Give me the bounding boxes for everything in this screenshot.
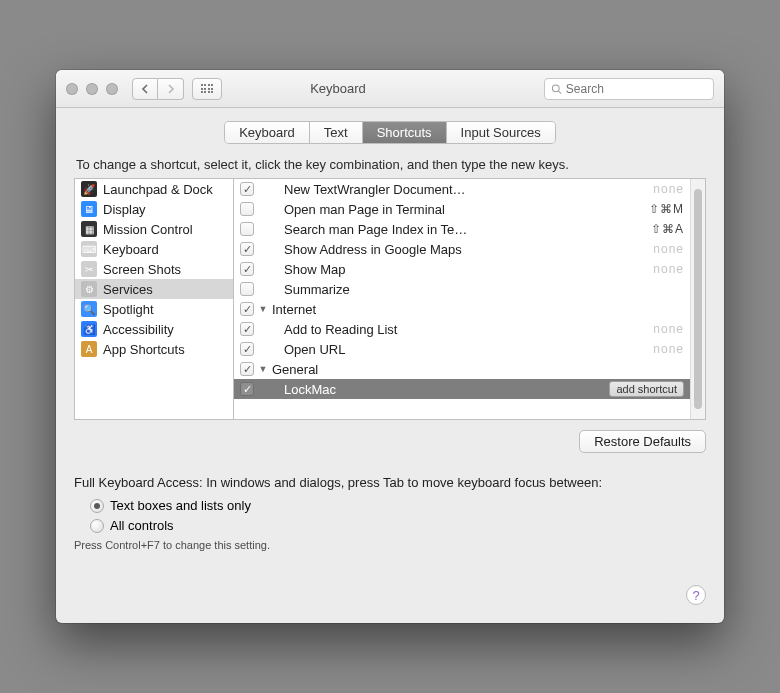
service-label: General	[272, 362, 684, 377]
sidebar-item-services[interactable]: ⚙Services	[75, 279, 233, 299]
window-title: Keyboard	[140, 81, 536, 96]
sidebar-item-label: Services	[103, 282, 153, 297]
service-label: Add to Reading List	[284, 322, 649, 337]
sidebar-item-label: App Shortcuts	[103, 342, 185, 357]
app-shortcuts-icon: A	[81, 341, 97, 357]
service-item[interactable]: Open URLnone	[234, 339, 690, 359]
service-label: Summarize	[284, 282, 684, 297]
service-label: Open man Page in Terminal	[284, 202, 645, 217]
sidebar-item-screen-shots[interactable]: ✂Screen Shots	[75, 259, 233, 279]
full-keyboard-access-label: Full Keyboard Access: In windows and dia…	[74, 475, 706, 490]
checkbox[interactable]	[240, 342, 254, 356]
radio-label: Text boxes and lists only	[110, 498, 251, 513]
checkbox[interactable]	[240, 302, 254, 316]
scrollbar-thumb[interactable]	[694, 189, 702, 409]
shortcut-value: none	[653, 322, 684, 336]
search-field[interactable]	[544, 78, 714, 100]
checkbox[interactable]	[240, 222, 254, 236]
launchpad-dock-icon: 🚀	[81, 181, 97, 197]
service-item[interactable]: Show Mapnone	[234, 259, 690, 279]
instruction-text: To change a shortcut, select it, click t…	[76, 157, 706, 172]
service-label: Show Map	[284, 262, 649, 277]
checkbox[interactable]	[240, 282, 254, 296]
checkbox[interactable]	[240, 362, 254, 376]
sidebar-item-mission-control[interactable]: ▦Mission Control	[75, 219, 233, 239]
sidebar-item-label: Spotlight	[103, 302, 154, 317]
restore-defaults-button[interactable]: Restore Defaults	[579, 430, 706, 453]
service-label: Open URL	[284, 342, 649, 357]
shortcut-value: none	[653, 242, 684, 256]
zoom-icon[interactable]	[106, 83, 118, 95]
category-sidebar[interactable]: 🚀Launchpad & Dock🖥Display▦Mission Contro…	[74, 178, 234, 420]
sidebar-item-label: Accessibility	[103, 322, 174, 337]
service-item[interactable]: Open man Page in Terminal⇧⌘M	[234, 199, 690, 219]
service-group[interactable]: ▼General	[234, 359, 690, 379]
svg-point-0	[552, 84, 559, 91]
radio-icon	[90, 499, 104, 513]
keyboard-icon: ⌨	[81, 241, 97, 257]
svg-line-1	[558, 91, 561, 94]
add-shortcut-button[interactable]: add shortcut	[609, 381, 684, 397]
service-item[interactable]: Show Address in Google Mapsnone	[234, 239, 690, 259]
shortcut-detail-pane: New TextWrangler Document…noneOpen man P…	[234, 178, 706, 420]
checkbox[interactable]	[240, 382, 254, 396]
preferences-window: Keyboard KeyboardTextShortcutsInput Sour…	[56, 70, 724, 623]
checkbox[interactable]	[240, 262, 254, 276]
shortcut-value: ⇧⌘A	[651, 222, 684, 236]
window-controls	[66, 83, 118, 95]
help-button[interactable]: ?	[686, 585, 706, 605]
disclosure-triangle-icon[interactable]: ▼	[258, 304, 268, 314]
radio-icon	[90, 519, 104, 533]
tab-input-sources[interactable]: Input Sources	[447, 122, 555, 143]
service-label: New TextWrangler Document…	[284, 182, 649, 197]
service-group[interactable]: ▼Internet	[234, 299, 690, 319]
sidebar-item-display[interactable]: 🖥Display	[75, 199, 233, 219]
sidebar-item-label: Keyboard	[103, 242, 159, 257]
titlebar: Keyboard	[56, 70, 724, 108]
services-icon: ⚙	[81, 281, 97, 297]
checkbox[interactable]	[240, 242, 254, 256]
sidebar-item-app-shortcuts[interactable]: AApp Shortcuts	[75, 339, 233, 359]
service-item[interactable]: Summarize	[234, 279, 690, 299]
radio-all-controls[interactable]: All controls	[90, 518, 706, 533]
sidebar-item-label: Display	[103, 202, 146, 217]
shortcut-value: none	[653, 182, 684, 196]
sidebar-item-keyboard[interactable]: ⌨Keyboard	[75, 239, 233, 259]
close-icon[interactable]	[66, 83, 78, 95]
service-label: Internet	[272, 302, 684, 317]
sidebar-item-accessibility[interactable]: ♿Accessibility	[75, 319, 233, 339]
tab-shortcuts[interactable]: Shortcuts	[363, 122, 447, 143]
checkbox[interactable]	[240, 202, 254, 216]
sidebar-item-label: Mission Control	[103, 222, 193, 237]
search-icon	[551, 83, 562, 95]
service-item[interactable]: LockMacadd shortcut	[234, 379, 690, 399]
service-item[interactable]: Search man Page Index in Te…⇧⌘A	[234, 219, 690, 239]
radio-label: All controls	[110, 518, 174, 533]
checkbox[interactable]	[240, 182, 254, 196]
radio-text-boxes-only[interactable]: Text boxes and lists only	[90, 498, 706, 513]
search-input[interactable]	[566, 82, 707, 96]
disclosure-triangle-icon[interactable]: ▼	[258, 364, 268, 374]
shortcut-value: none	[653, 342, 684, 356]
service-label: Search man Page Index in Te…	[284, 222, 647, 237]
scrollbar[interactable]	[690, 179, 705, 419]
tab-text[interactable]: Text	[310, 122, 363, 143]
service-label: LockMac	[284, 382, 605, 397]
tab-bar: KeyboardTextShortcutsInput Sources	[74, 122, 706, 143]
minimize-icon[interactable]	[86, 83, 98, 95]
sidebar-item-spotlight[interactable]: 🔍Spotlight	[75, 299, 233, 319]
screen-shots-icon: ✂	[81, 261, 97, 277]
sidebar-item-label: Screen Shots	[103, 262, 181, 277]
accessibility-icon: ♿	[81, 321, 97, 337]
shortcut-value: none	[653, 262, 684, 276]
sidebar-item-launchpad-dock[interactable]: 🚀Launchpad & Dock	[75, 179, 233, 199]
sidebar-item-label: Launchpad & Dock	[103, 182, 213, 197]
tab-keyboard[interactable]: Keyboard	[225, 122, 310, 143]
display-icon: 🖥	[81, 201, 97, 217]
spotlight-icon: 🔍	[81, 301, 97, 317]
shortcut-value: ⇧⌘M	[649, 202, 684, 216]
mission-control-icon: ▦	[81, 221, 97, 237]
service-item[interactable]: New TextWrangler Document…none	[234, 179, 690, 199]
checkbox[interactable]	[240, 322, 254, 336]
service-item[interactable]: Add to Reading Listnone	[234, 319, 690, 339]
